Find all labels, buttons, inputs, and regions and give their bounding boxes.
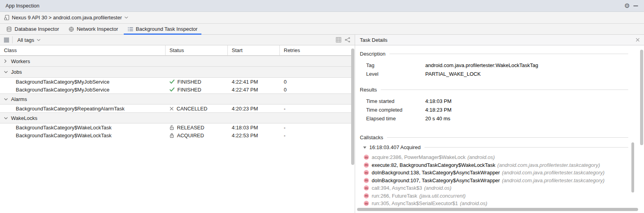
callstack-entry-header[interactable]: 16:18:03.407 Acquired (363, 144, 628, 150)
column-header-class[interactable]: Class (0, 45, 166, 55)
scrollbar-thumb[interactable] (640, 50, 643, 145)
results-fields: Time started4:18:03 PMTime completed4:18… (360, 97, 628, 123)
method-icon: m (364, 163, 369, 168)
callstack-frame[interactable]: mrun:305, AsyncTask$SerialExecutor$1(and… (364, 200, 628, 207)
details-horizontal-scrollbar[interactable] (357, 208, 638, 211)
cell-start: 4:22:41 PM (228, 79, 280, 85)
tab-database-inspector[interactable]: Database Inspector (2, 24, 64, 34)
tag-filter-label: All tags (17, 37, 34, 43)
field-label: Time completed (366, 107, 425, 113)
cell-class: BackgroundTaskCategory$WakeLockTask (0, 133, 166, 138)
frame-package: (android.com.java.profilertester.taskcat… (497, 162, 600, 168)
frame-method: acquire:2386, PowerManager$WakeLock (372, 154, 465, 160)
table-row[interactable]: BackgroundTaskCategory$MyJobServiceFINIS… (0, 86, 352, 93)
task-details-header: Task Details (355, 35, 644, 45)
status-text: FINISHED (177, 79, 201, 85)
callstack-vertical-scrollbar[interactable] (631, 142, 634, 192)
field-label: Level (366, 71, 425, 77)
frame-package: (android.os) (460, 200, 487, 206)
main-split: All tags Class Status Start Retries Work… (0, 35, 644, 213)
device-icon (4, 15, 9, 21)
status-text: ACQUIRED (177, 133, 204, 138)
toolbar-separator (12, 36, 13, 43)
method-icon: m (364, 170, 369, 175)
details-vertical-scrollbar[interactable] (640, 46, 643, 209)
table-header-row: Class Status Start Retries (0, 45, 352, 56)
cell-status: ACQUIRED (166, 133, 228, 138)
group-label: WakeLocks (11, 115, 37, 121)
table-view-icon[interactable] (334, 36, 343, 44)
cell-retries: - (280, 106, 352, 112)
table-row[interactable]: BackgroundTaskCategory$WakeLockTaskACQUI… (0, 131, 352, 139)
table-row[interactable]: BackgroundTaskCategory$RepeatingAlarmTas… (0, 105, 352, 112)
tab-background-task-inspector[interactable]: Background Task Inspector (123, 24, 203, 34)
callstack-frame[interactable]: mexecute:82, BackgroundTaskCategory$Wake… (364, 161, 628, 169)
callstack-frames: macquire:2386, PowerManager$WakeLock(and… (360, 153, 628, 207)
column-header-status[interactable]: Status (166, 45, 228, 55)
callstack-frame[interactable]: mdoInBackground:138, TaskCategory$AsyncT… (364, 169, 628, 177)
settings-gear-icon[interactable]: ⚙ (623, 2, 631, 10)
group-row-jobs[interactable]: Jobs (0, 67, 352, 78)
wakelock-released-icon (169, 125, 174, 130)
field-value: 4:18:03 PM (425, 98, 452, 104)
section-title: Callstacks (360, 135, 383, 140)
cell-status: RELEASED (166, 125, 228, 131)
scrollbar-thumb[interactable] (351, 49, 354, 165)
tool-window-title: App Inspection (6, 3, 39, 9)
graph-view-icon[interactable] (343, 36, 352, 44)
table-vertical-scrollbar[interactable] (351, 46, 354, 213)
method-icon: m (364, 201, 369, 206)
chevron-down-icon[interactable] (4, 98, 8, 101)
table-row[interactable]: BackgroundTaskCategory$MyJobServiceFINIS… (0, 78, 352, 86)
column-header-retries[interactable]: Retries (280, 45, 352, 55)
cell-retries: 0 (280, 79, 352, 85)
frame-method: run:305, AsyncTask$SerialExecutor$1 (372, 200, 458, 206)
group-label: Workers (11, 58, 30, 64)
cell-status: CANCELLED (166, 106, 228, 112)
tab-label: Database Inspector (15, 26, 59, 32)
callstack-frame[interactable]: macquire:2386, PowerManager$WakeLock(and… (364, 153, 628, 161)
frame-method: doInBackground:138, TaskCategory$AsyncTa… (372, 170, 500, 176)
group-row-workers[interactable]: Workers (0, 56, 352, 67)
chevron-right-icon[interactable] (4, 59, 8, 63)
detail-field-row: Time completed4:18:23 PM (360, 105, 628, 114)
chevron-down-icon[interactable] (4, 117, 8, 120)
cell-retries: 0 (280, 87, 352, 93)
cell-class: BackgroundTaskCategory$RepeatingAlarmTas… (0, 106, 166, 112)
finished-check-icon (169, 87, 175, 92)
tool-window-titlebar: App Inspection ⚙ (0, 0, 644, 12)
close-icon[interactable] (635, 37, 640, 42)
scrollbar-thumb[interactable] (357, 208, 638, 211)
table-toolbar: All tags (0, 35, 355, 45)
tab-network-inspector[interactable]: Network Inspector (64, 24, 123, 34)
field-value: 4:18:23 PM (425, 107, 452, 113)
cell-retries: - (280, 125, 352, 131)
group-row-wakelocks[interactable]: WakeLocks (0, 112, 352, 123)
tag-filter-dropdown[interactable]: All tags (17, 37, 41, 43)
callstack-frame[interactable]: mrun:266, FutureTask(java.util.concurren… (364, 192, 628, 200)
description-section-header: Description (360, 51, 628, 57)
group-row-alarms[interactable]: Alarms (0, 93, 352, 105)
field-value: 20 s 40 ms (425, 116, 450, 121)
cell-status: FINISHED (166, 79, 228, 85)
field-value: android.com.java.profilertester:WakeLock… (425, 62, 538, 68)
chevron-down-icon (124, 16, 128, 19)
cancelled-cross-icon (169, 106, 174, 111)
callstacks-section-header: Callstacks (360, 135, 628, 140)
chevron-down-icon[interactable] (4, 71, 8, 73)
column-header-start[interactable]: Start (228, 45, 280, 55)
callstack-frame[interactable]: mdoInBackground:107, TaskCategory$AsyncT… (364, 177, 628, 185)
callstack-frame[interactable]: mcall:394, AsyncTask$3(android.os) (364, 184, 628, 192)
minimize-icon[interactable] (631, 2, 640, 10)
field-label: Time started (366, 98, 425, 104)
process-selector-bar[interactable]: Nexus 9 API 30 > android.com.java.profil… (0, 12, 644, 24)
cell-status: FINISHED (166, 87, 228, 93)
section-title: Description (360, 51, 385, 57)
table-row[interactable]: BackgroundTaskCategory$WakeLockTaskRELEA… (0, 123, 352, 131)
field-label: Tag (366, 62, 425, 68)
tab-label: Background Task Inspector (136, 26, 198, 32)
collapse-triangle-icon[interactable] (363, 146, 367, 149)
tab-label: Network Inspector (77, 26, 118, 32)
task-details-content: Description Tagandroid.com.java.profiler… (355, 45, 644, 207)
stop-icon[interactable] (4, 37, 9, 43)
